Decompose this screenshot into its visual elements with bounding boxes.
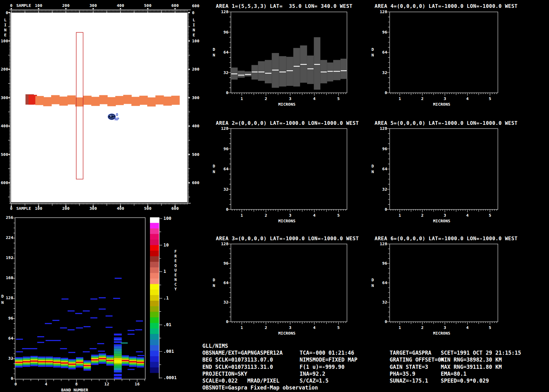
spectrum-mean-line [258, 72, 264, 72]
histogram-band-cell [61, 367, 68, 368]
histogram-band-cell [106, 358, 114, 359]
histogram-column-cell [114, 370, 122, 373]
histogram-y-label: 192 [1, 256, 13, 260]
histogram-band-cell [91, 362, 99, 363]
dn-axis-label: 0 [218, 320, 228, 324]
histogram-band-cell [45, 357, 53, 358]
spectrum-mean-line [321, 72, 327, 72]
micron-axis-label: 3 [287, 97, 293, 101]
histogram-band-cell [106, 355, 114, 357]
histogram-band-cell [30, 364, 38, 365]
histogram-band-cell [76, 357, 83, 358]
histogram-band-cell [68, 359, 76, 360]
dn-axis-title-letter: N [213, 283, 215, 288]
histogram-scatter-dash [136, 351, 143, 352]
info-field: S/CAZ=1.5 [300, 378, 328, 384]
line-hundred-marker [9, 12, 10, 13]
line-axis-title-letter: E [193, 33, 195, 37]
histogram-band-cell [121, 358, 129, 359]
sample-axis-label: 0 [5, 206, 18, 210]
info-field: SCET=1991 OCT 29 21:15:15 [441, 350, 521, 356]
dn-axis-label: 64 [218, 50, 228, 54]
histogram-band-cell [30, 357, 38, 358]
footprint-box [67, 95, 76, 104]
spectrum-mean-line [300, 64, 306, 65]
spectrum-mean-line [341, 70, 347, 71]
frequency-title-letter: E [174, 259, 177, 263]
colorbar-segment [150, 273, 159, 278]
frequency-title-letter: F [174, 250, 177, 253]
dn-axis-title-letter: D [213, 278, 215, 282]
colorbar-segment [150, 245, 159, 251]
histogram-band-cell [23, 364, 30, 365]
histogram-band-cell [106, 361, 114, 362]
histogram-scatter-dash [45, 340, 61, 341]
dn-axis-label: 128 [376, 10, 387, 14]
sample-axis-label: 200 [60, 206, 72, 210]
sample-axis-label: 600 [169, 206, 181, 210]
info-field: END SCLK=01073113.31.0 [202, 364, 273, 370]
histogram-band-cell [83, 364, 91, 365]
histogram-band-cell [30, 356, 38, 357]
histogram-band-cell [129, 361, 137, 363]
micron-axis-label: 4 [311, 97, 317, 101]
line-hundred-marker [189, 69, 190, 70]
histogram-column-cell [114, 360, 122, 363]
histogram-scatter-dash [90, 348, 97, 349]
colorbar-segment [150, 289, 159, 295]
area-6-plot-canvas [390, 244, 498, 322]
map-canvas[interactable] [11, 13, 187, 202]
histogram-band-cell [121, 357, 129, 358]
sample-axis-title: SAMPLE [16, 3, 31, 8]
dn-axis-title-letter: N [371, 53, 374, 57]
area-2-title: AREA 2=(0,0,0,0) LAT=-1000.0 LON=-1000.0… [216, 121, 359, 126]
colorbar-segment [150, 306, 159, 312]
dn-axis-label: 128 [218, 242, 228, 246]
info-field: OBSNAME/EXT=GAPNGASPER12A [202, 350, 283, 356]
spectrum-range-box [307, 56, 314, 84]
histogram-band-cell [30, 360, 38, 362]
histogram-band-cell [53, 360, 61, 361]
dn-axis-label: 64 [376, 281, 387, 285]
histogram-band-cell [15, 362, 23, 363]
histogram-scatter-dash [37, 336, 44, 337]
histogram-band-cell [137, 366, 144, 368]
histogram-band-cell [23, 363, 30, 363]
histogram-band-cell [99, 355, 106, 356]
histogram-column-cell [114, 339, 122, 341]
spectrum-mean-line [279, 72, 286, 72]
footprint-box [83, 96, 92, 105]
colorbar-segment [150, 345, 159, 351]
histogram-scatter-dash [76, 327, 83, 328]
histogram-band-cell [106, 362, 114, 363]
micron-axis-label: 2 [263, 213, 269, 217]
line-axis-title-letter: I [193, 23, 195, 27]
histogram-band-cell [53, 361, 61, 362]
sample-axis-label: 200 [60, 3, 72, 8]
histogram-scatter-dash [45, 323, 52, 324]
micron-axis-label: 2 [263, 326, 269, 330]
line-axis-label: 400 [0, 124, 8, 128]
histogram-band-cell [76, 363, 83, 364]
line-axis-label: 200 [0, 67, 8, 71]
histogram-band-cell [38, 364, 45, 365]
sample-hundred-marker [120, 8, 121, 9]
histogram-band-cell [15, 363, 23, 364]
micron-axis-label: 4 [464, 326, 471, 330]
micron-axis-label: 3 [287, 213, 293, 217]
histogram-scatter-dash [52, 320, 59, 321]
micron-axis-label: 1 [239, 213, 245, 217]
histogram-y-label: 256 [1, 215, 13, 220]
info-field: MIN RNG=38982.30 KM [441, 357, 502, 363]
sample-axis-label: 0 [5, 3, 18, 8]
histogram-band-cell [137, 363, 144, 364]
line-axis-title-letter: E [4, 33, 7, 37]
histogram-band-cell [83, 367, 91, 368]
dn-axis-title-letter: N [213, 170, 215, 174]
histogram-scatter-dash [121, 342, 128, 343]
histogram-band-cell [53, 366, 61, 368]
histogram-band-cell [99, 360, 106, 361]
histogram-column-cell [114, 366, 122, 368]
histogram-band-cell [76, 364, 83, 365]
histogram-band-cell [76, 365, 83, 366]
